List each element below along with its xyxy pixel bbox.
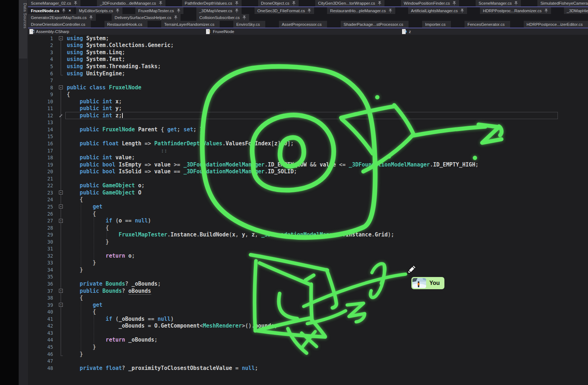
chevron-down-icon[interactable]: ▾ — [402, 29, 406, 34]
indent-guide — [81, 294, 81, 357]
line-number: 23 — [28, 190, 57, 196]
tab-droneorientationcontroller-cs[interactable]: DroneOrientationController.cs — [28, 21, 91, 28]
tab-label: DeliverySurfaceClassHelper.cs — [115, 15, 171, 20]
code-text: } — [67, 344, 588, 350]
tab-importer-cs[interactable]: Importer.cs — [422, 21, 451, 28]
type-dropdown[interactable]: FruxelNode ▾ — [205, 28, 401, 35]
tab-label: AssetPreprocessor.cs — [282, 22, 322, 27]
tab-hdrppostproc-randomizer-cs[interactable]: HDRPPostproc...Randomizer.cs — [480, 7, 551, 14]
tab-generator2exportmaptools-cs[interactable]: Generator2ExportMapTools.cs — [28, 14, 96, 21]
tab-simulatedfisheyecamera-cs[interactable]: SimulatedFisheyeCamera.cs — [537, 0, 588, 6]
pin-icon — [177, 9, 181, 13]
code-line-23: 23- public GameObject O — [28, 189, 588, 196]
tab-scenemanager-02-cs[interactable]: SceneManager_02.cs — [28, 0, 80, 6]
tab-onesec3d-fileformat-cs[interactable]: OneSec3D_FileFormat.cs — [255, 7, 314, 14]
tab-label: SceneManager_02.cs — [31, 1, 71, 5]
line-number: 24 — [28, 197, 57, 202]
line-number: 28 — [28, 225, 57, 231]
tab-label: RestaurantHo...pleManager.cs — [330, 9, 386, 13]
tab-restauranthook-cs[interactable]: RestaurantHook.cs — [104, 21, 148, 28]
code-text: } — [67, 351, 588, 357]
tab-terrainlayerrandomizer-cs[interactable]: TerrainLayerRandomizer.cs — [161, 21, 220, 28]
code-line-48: 48 private float? _proximityToClosestObs… — [28, 365, 588, 372]
left-tool-rail: Data Sources — [19, 0, 28, 385]
code-text: public Bounds? oBounds — [67, 288, 588, 294]
data-sources-vertical-tab[interactable]: Data Sources — [19, 0, 27, 58]
line-number: 44 — [28, 337, 57, 343]
chevron-down-icon[interactable]: ▾ — [206, 29, 210, 34]
fold-collapse-icon[interactable]: - — [59, 303, 63, 307]
line-number: 16 — [28, 141, 57, 146]
code-text: using System.Collections.Generic; — [67, 42, 588, 48]
code-text: if (_oBounds == null) — [67, 316, 588, 322]
tab-label: Generator2ExportMapTools.cs — [31, 15, 87, 20]
line-number: 38 — [28, 295, 57, 301]
code-line-18: 18 public int value; — [28, 154, 588, 161]
tab-collisionsubscriber-cs[interactable]: CollisionSubscriber.cs — [196, 14, 249, 21]
line-number: 22 — [28, 183, 57, 188]
close-icon[interactable]: × — [69, 9, 71, 13]
chevron-down-icon[interactable]: ▾ — [29, 29, 33, 34]
code-text: public float Length => PathfinderDepthVa… — [67, 140, 588, 147]
code-text: :: — [67, 147, 588, 154]
member-dropdown[interactable]: z ▾ — [401, 28, 588, 35]
code-text: { — [67, 295, 588, 301]
fold-collapse-icon[interactable]: - — [59, 36, 63, 40]
tab--3dfoundatio-delmanager-cs[interactable]: _3DFoundatio...delManager.cs — [97, 0, 165, 6]
fold-collapse-icon[interactable]: - — [59, 85, 63, 89]
code-line-4: 4using System.Text; — [28, 56, 588, 63]
tab-droneobject-cs[interactable]: DroneObject.cs — [258, 0, 299, 6]
tab-fruxelmaptester-cs[interactable]: FruxelMapTester.cs — [135, 7, 183, 14]
code-line-10: 10 public int x; — [28, 98, 588, 105]
tab-label: CityGen3DGen...torWrapper.cs — [318, 1, 375, 5]
tab-assetpreprocessor-cs[interactable]: AssetPreprocessor.cs — [279, 21, 327, 28]
pin-icon — [89, 15, 93, 20]
tab-fruxelnode-cs[interactable]: FruxelNode.cs× — [28, 7, 74, 14]
fold-collapse-icon[interactable]: - — [59, 191, 63, 194]
project-dropdown[interactable]: Assembly-CSharp ▾ — [28, 28, 205, 35]
code-text: if (o == null) — [67, 217, 588, 224]
code-text: public int x; — [67, 98, 588, 105]
line-number: 10 — [28, 99, 57, 104]
pin-icon — [116, 9, 120, 13]
code-editor[interactable]: 1-using System;2using System.Collections… — [28, 35, 588, 385]
navigation-bar: Assembly-CSharp ▾ FruxelNode ▾ z — [28, 28, 588, 35]
annotator-avatar — [412, 278, 426, 288]
tab-scenemanager-cs[interactable]: SceneManager.cs — [476, 0, 521, 6]
fold-collapse-icon[interactable]: - — [59, 289, 63, 293]
code-line-20: 20 public bool IsSolid => value == _3DFo… — [28, 168, 588, 175]
code-text: public class FruxelNode — [67, 84, 588, 91]
tab--3dmapviewer-cs[interactable]: _3DMapViewer.cs — [196, 7, 242, 14]
line-number: 48 — [28, 365, 57, 371]
code-line-8: 8-public class FruxelNode — [28, 84, 588, 91]
code-line-6: 6using UnityEngine; — [28, 70, 588, 77]
tab-hdrppostproce-izereditor-cs[interactable]: HDRPPostproce...izerEditor.cs — [524, 21, 588, 28]
pin-icon — [235, 9, 239, 13]
tab-row-3: Generator2ExportMapTools.csDeliverySurfa… — [28, 14, 588, 21]
line-number: 17 — [28, 148, 57, 154]
indent-guide — [94, 308, 94, 350]
fold-collapse-icon[interactable]: - — [59, 205, 63, 208]
tab-shaderpackage-stprocessor-cs[interactable]: ShaderPackage...stProcessor.cs — [341, 21, 409, 28]
tab--3dmaphierarchy-cs[interactable]: _3DMapHierarchy.cs — [564, 7, 588, 14]
code-line-35: 35 — [28, 273, 588, 281]
code-line-40: 40 { — [28, 308, 588, 315]
code-line-7: 7 — [28, 77, 588, 84]
tab-restaurantho-plemanager-cs[interactable]: RestaurantHo...pleManager.cs — [327, 7, 395, 14]
tab-citygen3dgen-torwrapper-cs[interactable]: CityGen3DGen...torWrapper.cs — [315, 0, 384, 6]
tab-deliverysurfaceclasshelper-cs[interactable]: DeliverySurfaceClassHelper.cs — [112, 14, 181, 21]
tab-artificiallightsmanager-cs[interactable]: ArtificialLightsManager.cs — [408, 7, 467, 14]
pin-icon — [242, 15, 246, 20]
line-number: 11 — [28, 105, 57, 111]
tab-myeditorscripts-cs[interactable]: MyEditorScripts.cs — [76, 7, 122, 14]
tab-fencesgenerator-cs[interactable]: FencesGenerator.cs — [465, 21, 510, 28]
tab-label: _3DMapHierarchy.cs — [567, 9, 588, 13]
code-line-44: 44 return _oBounds; — [28, 337, 588, 344]
tab-windowpositionfinder-cs[interactable]: WindowPositionFinder.cs — [401, 0, 459, 6]
code-text: using System.Linq; — [67, 49, 588, 56]
tab-envirosky-cs[interactable]: EnviroSky.cs — [233, 21, 265, 28]
line-number: 5 — [28, 64, 57, 69]
indent-guide — [107, 224, 107, 245]
tab-pathfinderdepthvalues-cs[interactable]: PathfinderDepthValues.cs — [182, 0, 242, 6]
fold-collapse-icon[interactable]: - — [59, 219, 63, 223]
